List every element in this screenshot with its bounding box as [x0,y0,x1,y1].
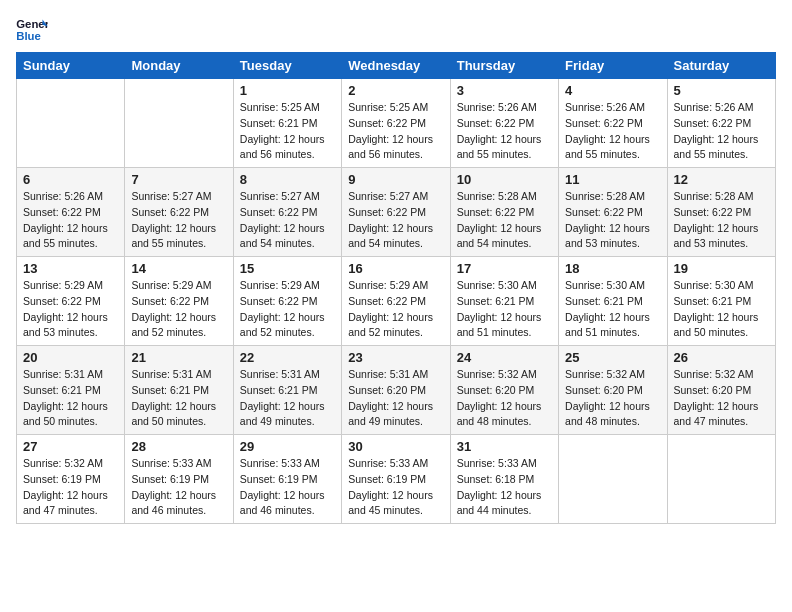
day-number: 6 [23,172,118,187]
day-number: 13 [23,261,118,276]
col-header-saturday: Saturday [667,53,775,79]
calendar-table: SundayMondayTuesdayWednesdayThursdayFrid… [16,52,776,524]
day-details: Sunrise: 5:30 AM Sunset: 6:21 PM Dayligh… [565,278,660,341]
calendar-week-1: 1Sunrise: 5:25 AM Sunset: 6:21 PM Daylig… [17,79,776,168]
calendar-cell: 21Sunrise: 5:31 AM Sunset: 6:21 PM Dayli… [125,346,233,435]
calendar-cell: 5Sunrise: 5:26 AM Sunset: 6:22 PM Daylig… [667,79,775,168]
day-details: Sunrise: 5:26 AM Sunset: 6:22 PM Dayligh… [565,100,660,163]
day-number: 26 [674,350,769,365]
col-header-thursday: Thursday [450,53,558,79]
day-details: Sunrise: 5:26 AM Sunset: 6:22 PM Dayligh… [23,189,118,252]
day-number: 14 [131,261,226,276]
calendar-cell: 15Sunrise: 5:29 AM Sunset: 6:22 PM Dayli… [233,257,341,346]
day-number: 25 [565,350,660,365]
day-details: Sunrise: 5:27 AM Sunset: 6:22 PM Dayligh… [348,189,443,252]
calendar-cell: 19Sunrise: 5:30 AM Sunset: 6:21 PM Dayli… [667,257,775,346]
day-details: Sunrise: 5:27 AM Sunset: 6:22 PM Dayligh… [131,189,226,252]
calendar-cell: 2Sunrise: 5:25 AM Sunset: 6:22 PM Daylig… [342,79,450,168]
logo: General Blue [16,16,54,44]
day-number: 7 [131,172,226,187]
day-details: Sunrise: 5:33 AM Sunset: 6:19 PM Dayligh… [240,456,335,519]
day-details: Sunrise: 5:25 AM Sunset: 6:21 PM Dayligh… [240,100,335,163]
day-number: 3 [457,83,552,98]
col-header-tuesday: Tuesday [233,53,341,79]
calendar-cell: 22Sunrise: 5:31 AM Sunset: 6:21 PM Dayli… [233,346,341,435]
calendar-cell: 3Sunrise: 5:26 AM Sunset: 6:22 PM Daylig… [450,79,558,168]
calendar-cell: 11Sunrise: 5:28 AM Sunset: 6:22 PM Dayli… [559,168,667,257]
calendar-cell: 17Sunrise: 5:30 AM Sunset: 6:21 PM Dayli… [450,257,558,346]
day-number: 2 [348,83,443,98]
day-details: Sunrise: 5:32 AM Sunset: 6:20 PM Dayligh… [674,367,769,430]
calendar-cell: 26Sunrise: 5:32 AM Sunset: 6:20 PM Dayli… [667,346,775,435]
calendar-cell [559,435,667,524]
calendar-cell: 1Sunrise: 5:25 AM Sunset: 6:21 PM Daylig… [233,79,341,168]
day-number: 12 [674,172,769,187]
calendar-cell: 25Sunrise: 5:32 AM Sunset: 6:20 PM Dayli… [559,346,667,435]
day-details: Sunrise: 5:28 AM Sunset: 6:22 PM Dayligh… [674,189,769,252]
calendar-week-3: 13Sunrise: 5:29 AM Sunset: 6:22 PM Dayli… [17,257,776,346]
calendar-cell: 6Sunrise: 5:26 AM Sunset: 6:22 PM Daylig… [17,168,125,257]
calendar-cell: 18Sunrise: 5:30 AM Sunset: 6:21 PM Dayli… [559,257,667,346]
day-number: 16 [348,261,443,276]
calendar-cell: 14Sunrise: 5:29 AM Sunset: 6:22 PM Dayli… [125,257,233,346]
day-number: 21 [131,350,226,365]
day-number: 11 [565,172,660,187]
day-number: 29 [240,439,335,454]
day-number: 23 [348,350,443,365]
day-details: Sunrise: 5:30 AM Sunset: 6:21 PM Dayligh… [674,278,769,341]
calendar-week-5: 27Sunrise: 5:32 AM Sunset: 6:19 PM Dayli… [17,435,776,524]
calendar-cell: 23Sunrise: 5:31 AM Sunset: 6:20 PM Dayli… [342,346,450,435]
day-details: Sunrise: 5:31 AM Sunset: 6:21 PM Dayligh… [23,367,118,430]
day-details: Sunrise: 5:32 AM Sunset: 6:20 PM Dayligh… [457,367,552,430]
calendar-cell: 10Sunrise: 5:28 AM Sunset: 6:22 PM Dayli… [450,168,558,257]
day-details: Sunrise: 5:31 AM Sunset: 6:21 PM Dayligh… [131,367,226,430]
calendar-cell: 29Sunrise: 5:33 AM Sunset: 6:19 PM Dayli… [233,435,341,524]
day-details: Sunrise: 5:32 AM Sunset: 6:20 PM Dayligh… [565,367,660,430]
day-number: 20 [23,350,118,365]
logo-icon: General Blue [16,16,48,44]
day-number: 31 [457,439,552,454]
calendar-cell: 24Sunrise: 5:32 AM Sunset: 6:20 PM Dayli… [450,346,558,435]
day-details: Sunrise: 5:26 AM Sunset: 6:22 PM Dayligh… [457,100,552,163]
day-number: 24 [457,350,552,365]
calendar-cell: 20Sunrise: 5:31 AM Sunset: 6:21 PM Dayli… [17,346,125,435]
calendar-cell: 7Sunrise: 5:27 AM Sunset: 6:22 PM Daylig… [125,168,233,257]
day-number: 8 [240,172,335,187]
calendar-cell: 28Sunrise: 5:33 AM Sunset: 6:19 PM Dayli… [125,435,233,524]
day-details: Sunrise: 5:29 AM Sunset: 6:22 PM Dayligh… [348,278,443,341]
day-number: 19 [674,261,769,276]
day-number: 4 [565,83,660,98]
svg-text:Blue: Blue [16,30,41,42]
calendar-cell: 31Sunrise: 5:33 AM Sunset: 6:18 PM Dayli… [450,435,558,524]
day-number: 17 [457,261,552,276]
day-details: Sunrise: 5:30 AM Sunset: 6:21 PM Dayligh… [457,278,552,341]
calendar-cell: 30Sunrise: 5:33 AM Sunset: 6:19 PM Dayli… [342,435,450,524]
day-number: 28 [131,439,226,454]
day-details: Sunrise: 5:33 AM Sunset: 6:19 PM Dayligh… [348,456,443,519]
calendar-cell [125,79,233,168]
calendar-week-2: 6Sunrise: 5:26 AM Sunset: 6:22 PM Daylig… [17,168,776,257]
calendar-cell: 16Sunrise: 5:29 AM Sunset: 6:22 PM Dayli… [342,257,450,346]
calendar-cell: 4Sunrise: 5:26 AM Sunset: 6:22 PM Daylig… [559,79,667,168]
day-details: Sunrise: 5:28 AM Sunset: 6:22 PM Dayligh… [565,189,660,252]
day-details: Sunrise: 5:28 AM Sunset: 6:22 PM Dayligh… [457,189,552,252]
day-details: Sunrise: 5:29 AM Sunset: 6:22 PM Dayligh… [23,278,118,341]
day-number: 10 [457,172,552,187]
day-details: Sunrise: 5:29 AM Sunset: 6:22 PM Dayligh… [131,278,226,341]
day-number: 18 [565,261,660,276]
calendar-cell: 8Sunrise: 5:27 AM Sunset: 6:22 PM Daylig… [233,168,341,257]
col-header-sunday: Sunday [17,53,125,79]
calendar-cell [667,435,775,524]
day-number: 30 [348,439,443,454]
calendar-cell [17,79,125,168]
day-number: 27 [23,439,118,454]
day-number: 22 [240,350,335,365]
day-number: 1 [240,83,335,98]
calendar-cell: 9Sunrise: 5:27 AM Sunset: 6:22 PM Daylig… [342,168,450,257]
calendar-cell: 27Sunrise: 5:32 AM Sunset: 6:19 PM Dayli… [17,435,125,524]
day-details: Sunrise: 5:31 AM Sunset: 6:21 PM Dayligh… [240,367,335,430]
day-details: Sunrise: 5:26 AM Sunset: 6:22 PM Dayligh… [674,100,769,163]
day-details: Sunrise: 5:32 AM Sunset: 6:19 PM Dayligh… [23,456,118,519]
day-details: Sunrise: 5:27 AM Sunset: 6:22 PM Dayligh… [240,189,335,252]
page-header: General Blue [16,16,776,44]
